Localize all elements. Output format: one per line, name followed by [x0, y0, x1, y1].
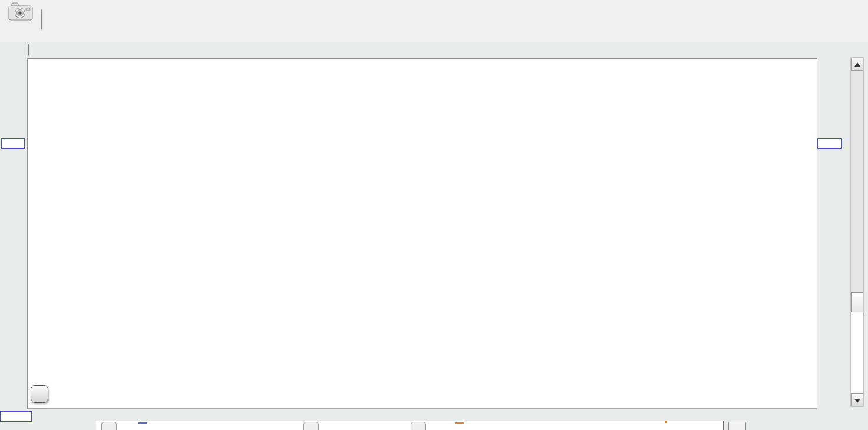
clipped-bottom-row	[96, 421, 724, 430]
cursor-frequency-readout	[0, 411, 32, 422]
scroll-up-button[interactable]	[851, 58, 863, 71]
clipped-control-fragment	[411, 422, 426, 430]
top-toolbar	[0, 0, 868, 42]
clipped-control-fragment	[665, 421, 667, 423]
scroll-down-button[interactable]	[851, 393, 863, 406]
graph-tools	[0, 0, 868, 42]
down-arrow-icon	[854, 399, 860, 403]
up-arrow-icon	[854, 62, 860, 67]
clipped-control-fragment	[303, 422, 319, 430]
camera-icon	[8, 13, 33, 23]
frequency-band-strip	[28, 44, 29, 55]
rew-window	[0, 0, 868, 430]
scrollbar-track[interactable]	[851, 312, 863, 395]
clipped-control-fragment	[728, 422, 746, 430]
scrollbar-thumb[interactable]	[851, 292, 863, 312]
plot-area[interactable]	[27, 58, 817, 409]
cursor-spl-readout	[1, 138, 25, 149]
graph-tab-bar	[41, 9, 42, 29]
vertical-scrollbar[interactable]	[850, 57, 864, 407]
clipped-control-fragment	[138, 422, 147, 424]
average-responses-button[interactable]	[31, 385, 48, 403]
clipped-control-fragment	[455, 422, 464, 424]
capture-button[interactable]	[2, 1, 39, 24]
cursor-ohm-readout	[817, 138, 842, 149]
clipped-control-fragment	[723, 421, 724, 430]
clipped-control-fragment	[101, 422, 117, 430]
